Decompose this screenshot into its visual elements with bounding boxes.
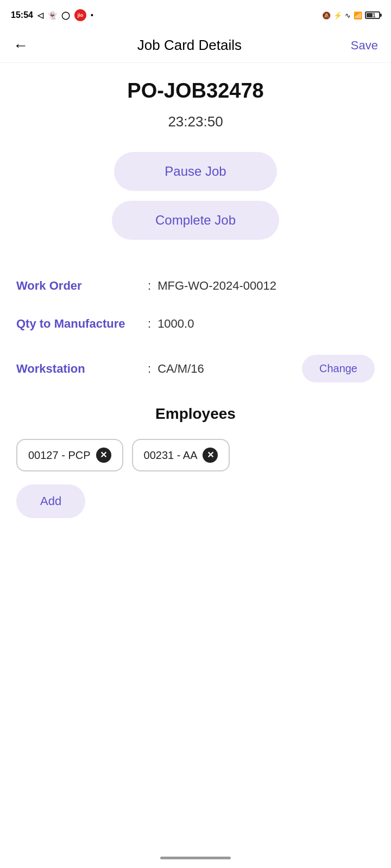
add-employee-button[interactable]: Add — [16, 484, 85, 518]
employee-name: 00231 - AA — [144, 449, 198, 462]
home-indicator — [160, 857, 231, 859]
page-title: Job Card Details — [137, 37, 242, 54]
bottom-bar — [0, 852, 391, 868]
employees-list: 00127 - PCP ✕ 00231 - AA ✕ — [16, 439, 375, 471]
main-content: PO-JOB32478 23:23:50 Pause Job Complete … — [0, 63, 391, 852]
list-item: 00127 - PCP ✕ — [16, 439, 123, 471]
wifi-icon: ∿ — [345, 11, 351, 20]
workstation-label: Workstation — [16, 362, 141, 376]
time-display: 15:54 — [11, 10, 33, 20]
remove-employee-1-button[interactable]: ✕ — [203, 448, 218, 463]
employees-section: Employees 00127 - PCP ✕ 00231 - AA ✕ Add — [16, 405, 375, 518]
employees-title: Employees — [16, 405, 375, 423]
bluetooth-icon: ⚡ — [333, 11, 342, 20]
list-item: 00231 - AA ✕ — [132, 439, 230, 471]
status-bar: 15:54 ◁ 👻 ◯ jio • 🔕 ⚡ ∿ 📶 51 — [0, 0, 391, 28]
status-time: 15:54 ◁ 👻 ◯ jio • — [11, 9, 93, 21]
top-nav: ← Job Card Details Save — [0, 28, 391, 63]
snapchat-icon: 👻 — [48, 11, 57, 20]
remove-employee-0-button[interactable]: ✕ — [96, 448, 111, 463]
action-buttons: Pause Job Complete Job — [16, 152, 375, 240]
back-button[interactable]: ← — [13, 38, 28, 53]
qty-row: Qty to Manufacture : 1000.0 — [16, 305, 375, 343]
work-order-separator: : — [148, 279, 151, 293]
send-icon: ◁ — [37, 11, 43, 20]
workstation-separator: : — [148, 362, 151, 376]
work-order-value: MFG-WO-2024-00012 — [157, 279, 375, 293]
qty-label: Qty to Manufacture — [16, 317, 141, 331]
qty-separator: : — [148, 317, 151, 331]
vibrate-icon: 🔕 — [322, 11, 331, 20]
work-order-row: Work Order : MFG-WO-2024-00012 — [16, 267, 375, 305]
dot-icon: • — [91, 11, 93, 20]
instagram-icon: ◯ — [61, 11, 70, 20]
battery-icon: 51 — [365, 11, 380, 19]
jio-badge: jio — [74, 9, 86, 21]
job-timer: 23:23:50 — [168, 113, 223, 130]
details-section: Work Order : MFG-WO-2024-00012 Qty to Ma… — [16, 267, 375, 394]
workstation-row: Workstation : CA/M/16 Change — [16, 343, 375, 394]
job-id: PO-JOB32478 — [127, 79, 263, 103]
workstation-value: CA/M/16 — [157, 362, 290, 376]
employee-name: 00127 - PCP — [28, 449, 91, 462]
status-right: 🔕 ⚡ ∿ 📶 51 — [322, 11, 380, 20]
save-button[interactable]: Save — [351, 39, 378, 53]
qty-value: 1000.0 — [157, 317, 375, 331]
change-workstation-button[interactable]: Change — [302, 355, 375, 382]
pause-job-button[interactable]: Pause Job — [114, 152, 277, 191]
signal-icon: 📶 — [354, 11, 362, 20]
complete-job-button[interactable]: Complete Job — [112, 201, 279, 240]
work-order-label: Work Order — [16, 279, 141, 293]
